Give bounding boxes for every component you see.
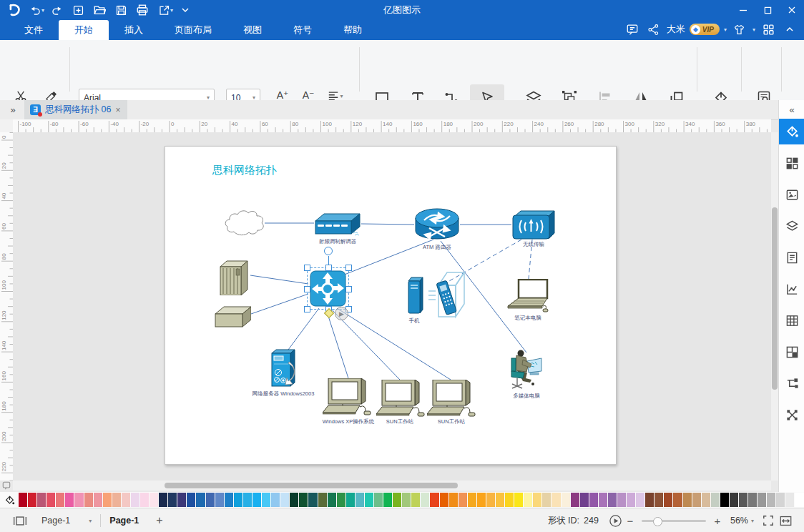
color-swatch-64[interactable]	[617, 493, 626, 507]
quick-action-handle[interactable]: ▶	[335, 307, 348, 320]
tab-close-icon[interactable]: ×	[115, 105, 120, 115]
sidebar-symbols-icon[interactable]	[779, 150, 804, 176]
redo-icon[interactable]	[46, 1, 67, 19]
connector-edge-7[interactable]	[250, 275, 308, 284]
presentation-play-icon[interactable]	[607, 512, 624, 529]
color-swatch-75[interactable]	[720, 493, 729, 507]
color-swatch-38[interactable]	[374, 493, 383, 507]
page-tab[interactable]: Page-1	[109, 516, 139, 526]
close-button[interactable]	[780, 0, 804, 20]
color-swatch-46[interactable]	[449, 493, 458, 507]
selection-handle-2[interactable]	[345, 265, 352, 271]
color-swatch-8[interactable]	[94, 493, 102, 507]
apps-grid-icon[interactable]	[760, 21, 777, 37]
maximize-button[interactable]	[755, 0, 780, 20]
fullscreen-icon[interactable]	[760, 512, 777, 529]
color-swatch-56[interactable]	[542, 493, 551, 507]
menu-tab-符号[interactable]: 符号	[278, 20, 328, 40]
sidebar-layers-icon[interactable]	[779, 213, 804, 239]
sidebar-node-link-icon[interactable]	[779, 402, 804, 428]
new-file-icon[interactable]	[67, 1, 89, 19]
color-swatch-41[interactable]	[402, 493, 411, 507]
sidebar-note-icon[interactable]	[779, 245, 804, 270]
color-swatch-13[interactable]	[140, 493, 149, 507]
color-swatch-5[interactable]	[65, 493, 74, 507]
color-swatch-24[interactable]	[243, 493, 252, 507]
color-swatch-59[interactable]	[571, 493, 579, 507]
menu-tab-帮助[interactable]: 帮助	[328, 20, 378, 40]
node-desktop-13[interactable]	[427, 380, 476, 417]
connector-edge-8[interactable]	[251, 294, 308, 314]
sidebar-floorplan-icon[interactable]	[779, 339, 804, 365]
color-swatch-40[interactable]	[393, 493, 401, 507]
node-phone-7[interactable]	[403, 275, 425, 316]
color-swatch-32[interactable]	[318, 493, 327, 507]
color-swatch-76[interactable]	[730, 493, 738, 507]
drawing-canvas[interactable]: 思科网络拓扑射频调制解调器ATM 路由器无线传输▶手机笔记本电脑网络服务器 Wi…	[13, 132, 771, 481]
menu-tab-页面布局[interactable]: 页面布局	[159, 20, 227, 40]
sidebar-image-icon[interactable]	[779, 182, 804, 207]
color-swatch-19[interactable]	[196, 493, 205, 507]
color-swatch-67[interactable]	[645, 493, 654, 507]
sidebar-chart-icon[interactable]	[779, 276, 804, 302]
node-atm-router-2[interactable]	[414, 207, 460, 242]
theme-shirt-icon[interactable]	[731, 21, 748, 37]
color-swatch-74[interactable]	[711, 493, 720, 507]
vertical-scrollbar-thumb[interactable]	[772, 207, 778, 390]
color-swatch-51[interactable]	[496, 493, 504, 507]
color-swatch-81[interactable]	[776, 493, 785, 507]
color-swatch-77[interactable]	[739, 493, 747, 507]
color-swatch-54[interactable]	[524, 493, 532, 507]
tab-expand-icon[interactable]: »	[0, 104, 24, 115]
page[interactable]: 思科网络拓扑射频调制解调器ATM 路由器无线传输▶手机笔记本电脑网络服务器 Wi…	[165, 146, 617, 465]
zoom-out-button[interactable]: −	[624, 515, 636, 527]
color-swatch-28[interactable]	[280, 493, 289, 507]
collapse-ribbon-icon[interactable]	[781, 21, 798, 37]
color-swatch-70[interactable]	[673, 493, 682, 507]
color-swatch-60[interactable]	[580, 493, 589, 507]
zoom-caret-icon[interactable]: ▾	[751, 518, 754, 524]
color-swatch-72[interactable]	[692, 493, 701, 507]
color-swatch-9[interactable]	[103, 493, 112, 507]
fit-width-icon[interactable]	[777, 512, 794, 529]
color-swatch-73[interactable]	[702, 493, 710, 507]
node-laptop-9[interactable]	[507, 279, 549, 313]
node-wireless-3[interactable]	[511, 210, 556, 240]
username[interactable]: 大米	[667, 23, 685, 36]
color-swatch-68[interactable]	[655, 493, 663, 507]
save-icon[interactable]	[110, 1, 132, 19]
selection-handle-4[interactable]	[345, 286, 352, 292]
color-swatch-11[interactable]	[122, 493, 130, 507]
sidebar-collapse-icon[interactable]: «	[789, 100, 794, 119]
sidebar-table-icon[interactable]	[779, 307, 804, 333]
color-swatch-4[interactable]	[56, 493, 64, 507]
sidebar-fill-style-icon[interactable]	[779, 119, 804, 144]
menu-tab-文件[interactable]: 文件	[9, 20, 59, 40]
color-swatch-83[interactable]	[795, 493, 803, 507]
node-desktop-12[interactable]	[376, 380, 423, 417]
open-icon[interactable]	[89, 1, 110, 19]
vertical-scrollbar[interactable]	[771, 132, 778, 481]
node-cloud-0[interactable]	[225, 210, 265, 238]
print-icon[interactable]	[132, 1, 153, 19]
more-icon[interactable]	[175, 1, 196, 19]
color-swatch-43[interactable]	[421, 493, 429, 507]
node-person-pc-14[interactable]	[509, 348, 544, 391]
color-swatch-22[interactable]	[225, 493, 233, 507]
node-phone-cube-8[interactable]	[428, 267, 466, 322]
comment-tool-icon[interactable]	[1, 481, 11, 491]
color-swatch-36[interactable]	[356, 493, 364, 507]
color-swatch-80[interactable]	[767, 493, 775, 507]
color-swatch-30[interactable]	[299, 493, 308, 507]
color-swatch-26[interactable]	[262, 493, 270, 507]
color-swatch-55[interactable]	[533, 493, 541, 507]
connector-edge-1[interactable]	[361, 224, 414, 225]
color-swatch-53[interactable]	[514, 493, 523, 507]
color-swatch-62[interactable]	[599, 493, 607, 507]
selection-handle-1[interactable]	[325, 265, 332, 271]
color-swatch-49[interactable]	[477, 493, 486, 507]
share-icon[interactable]	[645, 21, 662, 37]
color-swatch-57[interactable]	[551, 493, 560, 507]
node-desktop-11[interactable]	[323, 378, 374, 417]
color-swatch-25[interactable]	[253, 493, 261, 507]
